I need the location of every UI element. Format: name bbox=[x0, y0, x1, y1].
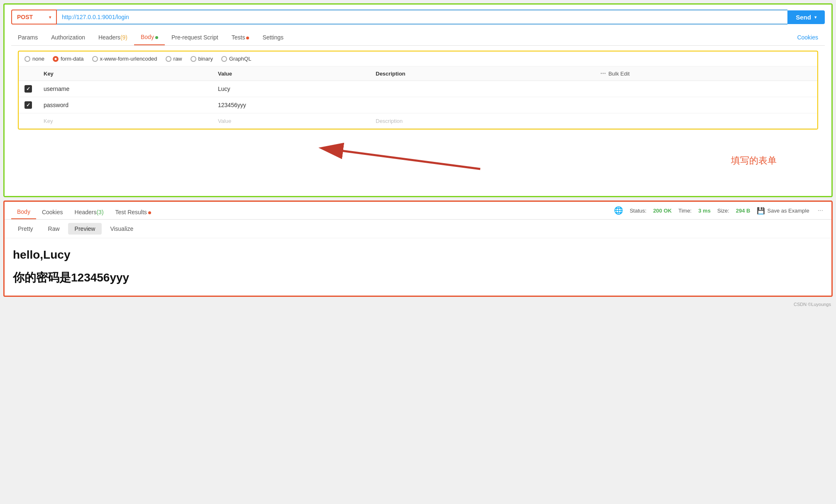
response-section: Body Cookies Headers(3) Test Results 🌐 S… bbox=[3, 201, 833, 297]
save-icon: 💾 bbox=[757, 207, 765, 215]
radio-graphql[interactable]: GraphQL bbox=[221, 56, 251, 62]
resp-tab-headers[interactable]: Headers(3) bbox=[69, 206, 110, 219]
resp-tab-body[interactable]: Body bbox=[11, 205, 36, 219]
send-label: Send bbox=[796, 14, 811, 21]
save-example-label: Save as Example bbox=[767, 208, 809, 214]
row2-desc bbox=[370, 97, 594, 113]
row1-value[interactable]: Lucy bbox=[212, 81, 370, 97]
radio-binary-circle bbox=[191, 56, 196, 62]
size-value: 294 B bbox=[736, 208, 750, 214]
col-header-checkbox bbox=[19, 66, 38, 81]
radio-urlencoded[interactable]: x-www-form-urlencoded bbox=[92, 56, 157, 62]
response-text-password: 你的密码是123456yyy bbox=[13, 270, 823, 286]
view-tab-preview[interactable]: Preview bbox=[68, 223, 102, 235]
arrow-icon bbox=[18, 130, 818, 196]
globe-icon: 🌐 bbox=[614, 206, 623, 215]
status-value: 200 OK bbox=[653, 208, 672, 214]
row2-extra bbox=[594, 97, 817, 113]
main-container: POST ▾ Send ▾ Params Authorization Heade… bbox=[3, 3, 833, 197]
radio-form-data-circle bbox=[53, 56, 59, 62]
body-dot-icon bbox=[155, 36, 158, 39]
table-row: ✓ password 123456yyy bbox=[19, 97, 817, 113]
table-row: ✓ username Lucy bbox=[19, 81, 817, 97]
radio-raw-circle bbox=[166, 56, 171, 62]
resp-headers-count: (3) bbox=[96, 209, 103, 215]
page-footer: CSDN ©Luyoungs bbox=[0, 300, 836, 308]
radio-none-circle bbox=[24, 56, 30, 62]
tab-params[interactable]: Params bbox=[11, 30, 44, 45]
method-label: POST bbox=[17, 14, 33, 20]
method-select[interactable]: POST ▾ bbox=[11, 10, 57, 24]
size-label: Size: bbox=[717, 208, 729, 214]
col-header-desc: Description bbox=[370, 66, 594, 81]
new-extra bbox=[594, 113, 817, 129]
response-body: hello,Lucy 你的密码是123456yyy bbox=[5, 238, 831, 296]
footer-text: CSDN ©Luyoungs bbox=[794, 302, 831, 307]
row1-checkbox[interactable]: ✓ bbox=[24, 85, 32, 93]
send-button[interactable]: Send ▾ bbox=[787, 10, 825, 24]
body-type-row: none form-data x-www-form-urlencoded raw… bbox=[19, 51, 817, 66]
test-results-dot-icon bbox=[148, 211, 151, 214]
response-more-button[interactable]: ··· bbox=[816, 207, 825, 214]
request-tabs-row: Params Authorization Headers(9) Body Pre… bbox=[11, 29, 825, 46]
bulk-edit-button[interactable]: Bulk Edit bbox=[609, 71, 630, 77]
top-section: POST ▾ Send ▾ Params Authorization Heade… bbox=[5, 5, 831, 196]
response-text-hello: hello,Lucy bbox=[13, 248, 823, 262]
radio-graphql-circle bbox=[221, 56, 227, 62]
tab-tests[interactable]: Tests bbox=[225, 30, 256, 45]
check-icon: ✓ bbox=[26, 102, 30, 108]
col-header-value: Value bbox=[212, 66, 370, 81]
body-section: none form-data x-www-form-urlencoded raw… bbox=[18, 51, 818, 130]
response-status-bar: 🌐 Status: 200 OK Time: 3 ms Size: 294 B … bbox=[607, 203, 831, 218]
resp-tab-test-results[interactable]: Test Results bbox=[110, 206, 157, 219]
tab-prerequest[interactable]: Pre-request Script bbox=[165, 30, 225, 45]
annotation-area: 填写的表单 bbox=[18, 130, 818, 196]
time-value: 3 ms bbox=[698, 208, 711, 214]
col-header-key: Key bbox=[38, 66, 212, 81]
tab-body[interactable]: Body bbox=[134, 29, 165, 45]
url-bar-row: POST ▾ Send ▾ bbox=[11, 10, 825, 24]
svg-line-1 bbox=[323, 148, 480, 169]
response-tabs-row: Body Cookies Headers(3) Test Results bbox=[5, 202, 607, 219]
save-example-button[interactable]: 💾 Save as Example bbox=[757, 207, 809, 215]
new-value-input[interactable]: Value bbox=[212, 113, 370, 129]
method-chevron-icon: ▾ bbox=[49, 15, 51, 20]
table-row-empty: Key Value Description bbox=[19, 113, 817, 129]
three-dots-icon[interactable]: ··· bbox=[600, 70, 606, 77]
view-tab-visualize[interactable]: Visualize bbox=[103, 223, 140, 235]
view-tab-raw[interactable]: Raw bbox=[42, 223, 66, 235]
row2-value[interactable]: 123456yyy bbox=[212, 97, 370, 113]
radio-raw[interactable]: raw bbox=[166, 56, 182, 62]
tab-authorization[interactable]: Authorization bbox=[44, 30, 92, 45]
radio-none[interactable]: none bbox=[24, 56, 44, 62]
view-tabs-row: Pretty Raw Preview Visualize bbox=[5, 220, 831, 238]
row1-extra bbox=[594, 81, 817, 97]
tab-settings[interactable]: Settings bbox=[256, 30, 290, 45]
new-key-input[interactable]: Key bbox=[38, 113, 212, 129]
new-desc-input[interactable]: Description bbox=[370, 113, 594, 129]
headers-count: (9) bbox=[120, 34, 127, 41]
row1-key[interactable]: username bbox=[38, 81, 212, 97]
resp-tab-cookies[interactable]: Cookies bbox=[36, 206, 69, 219]
form-data-table: Key Value Description ··· Bulk Edit bbox=[19, 66, 817, 129]
tab-cookies[interactable]: Cookies bbox=[790, 30, 825, 45]
status-label: Status: bbox=[630, 208, 646, 214]
radio-urlencoded-circle bbox=[92, 56, 98, 62]
tests-dot-icon bbox=[246, 37, 249, 39]
radio-form-data[interactable]: form-data bbox=[53, 56, 84, 62]
send-chevron-icon: ▾ bbox=[814, 15, 816, 20]
row2-key[interactable]: password bbox=[38, 97, 212, 113]
col-header-more: ··· Bulk Edit bbox=[594, 66, 817, 81]
radio-binary[interactable]: binary bbox=[191, 56, 213, 62]
view-tab-pretty[interactable]: Pretty bbox=[11, 223, 40, 235]
time-label: Time: bbox=[678, 208, 692, 214]
row2-checkbox[interactable]: ✓ bbox=[24, 101, 32, 109]
row1-desc bbox=[370, 81, 594, 97]
url-input[interactable] bbox=[57, 10, 787, 24]
check-icon: ✓ bbox=[26, 86, 30, 92]
tab-headers[interactable]: Headers(9) bbox=[92, 30, 134, 45]
annotation-text: 填写的表单 bbox=[731, 154, 777, 167]
